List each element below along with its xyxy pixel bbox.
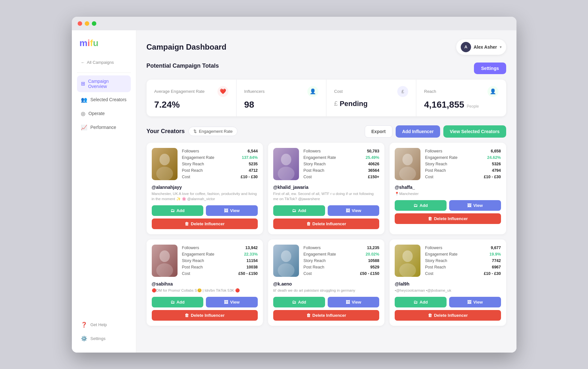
add-button[interactable]: 🗂 Add [152, 297, 204, 307]
creator-stat-row: Story Reach 10588 [304, 257, 379, 264]
stat-value: £50 - £150 [360, 271, 379, 276]
delete-influencer-button[interactable]: 🗑 Delete Influencer [273, 310, 379, 321]
trash-icon: 🗑 [185, 221, 189, 226]
creator-info-row: Followers 6,544 Engagement Rate 137.64% … [152, 148, 258, 180]
creator-card-body: Followers 9,677 Engagement Rate 19.9% St… [390, 239, 506, 326]
close-dot[interactable] [78, 21, 82, 26]
stat-value: 9,677 [491, 246, 501, 250]
stat-label: Post Reach [182, 265, 203, 269]
sidebar-item-label: Campaign Overview [88, 79, 127, 89]
creator-actions: 🗂 Add 🖼 View [395, 200, 501, 211]
sort-button[interactable]: ⇅ Engagement Rate [188, 127, 237, 136]
view-icon: 🖼 [346, 208, 350, 213]
avatar-initial: A [464, 44, 467, 49]
creator-stat-row: Cost £50 - £150 [182, 270, 258, 277]
stat-card-reach: Reach 👤 4,161,855 People [416, 80, 506, 116]
creator-stat-row: Engagement Rate 24.62% [425, 154, 501, 161]
svg-point-10 [159, 250, 170, 262]
sidebar-item-settings[interactable]: ⚙️ Settings [77, 332, 131, 345]
creator-stat-row: Engagement Rate 22.33% [182, 251, 258, 257]
add-button[interactable]: 🗂 Add [395, 200, 447, 211]
creator-bio: First of all, ew. Second of all, WTF r u… [273, 191, 379, 201]
view-button[interactable]: 🖼 View [449, 297, 501, 307]
svg-point-7 [402, 154, 413, 165]
sidebar-item-performance[interactable]: 📈 Performance [77, 121, 131, 134]
stat-value-influencers: 98 [244, 100, 318, 110]
view-selected-creators-button[interactable]: View Selected Creators [443, 125, 506, 138]
svg-point-16 [402, 250, 413, 262]
creator-bio: •@heycoolcarman •@jbobame_uk [395, 288, 501, 293]
sidebar-item-get-help[interactable]: ❓ Get Help [77, 318, 131, 331]
svg-point-4 [281, 154, 291, 165]
stat-value: 13,235 [367, 246, 379, 250]
creator-bio: 🔴DM for Promo/ Collabs S😊 | Idn/bn TikTo… [152, 288, 258, 293]
sidebar-item-label: Operate [89, 111, 105, 116]
stat-value: 5326 [492, 162, 501, 166]
stat-label: Story Reach [182, 162, 204, 166]
creator-bio: Manchester, UK A love for coffee, fashio… [152, 191, 258, 201]
stat-label: Followers [304, 246, 321, 250]
arrow-left-icon: ← [81, 60, 85, 65]
add-button[interactable]: 🗂 Add [395, 297, 447, 307]
delete-influencer-button[interactable]: 🗑 Delete Influencer [152, 218, 258, 229]
stat-label: Post Reach [304, 265, 324, 269]
creator-actions: 🗂 Add 🖼 View [273, 297, 379, 307]
trash-icon: 🗑 [306, 221, 311, 226]
sidebar-item-operate[interactable]: ◎ Operate [77, 107, 131, 120]
creator-card-body: Followers 50,783 Engagement Rate 25.49% … [268, 143, 384, 234]
stat-label: Post Reach [304, 168, 324, 173]
add-icon: 🗂 [413, 300, 418, 305]
view-button[interactable]: 🖼 View [328, 297, 380, 307]
add-influencer-button[interactable]: Add Influencer [396, 125, 440, 138]
stat-label: Engagement Rate [182, 252, 215, 257]
all-campaigns-button[interactable]: ← All Campaigns [77, 57, 131, 67]
all-campaigns-label: All Campaigns [87, 60, 114, 65]
creator-photo [152, 148, 178, 180]
heart-icon: ❤️ [217, 86, 228, 97]
view-button[interactable]: 🖼 View [449, 200, 501, 211]
delete-influencer-button[interactable]: 🗑 Delete Influencer [152, 310, 258, 321]
creator-actions: 🗂 Add 🖼 View [273, 205, 379, 216]
logo: mifu [77, 38, 131, 48]
sidebar-divider [77, 73, 131, 73]
stat-value: 40626 [368, 162, 379, 166]
chart-icon: 📈 [81, 124, 87, 131]
stat-value: 137.64% [242, 155, 257, 160]
stat-sub-reach: People [467, 104, 479, 109]
view-button[interactable]: 🖼 View [206, 297, 258, 307]
delete-influencer-button[interactable]: 🗑 Delete Influencer [395, 213, 501, 224]
sidebar-item-campaign-overview[interactable]: ⊞ Campaign Overview [77, 75, 131, 92]
add-button[interactable]: 🗂 Add [273, 297, 325, 307]
creator-info-row: Followers 9,677 Engagement Rate 19.9% St… [395, 245, 501, 277]
trash-icon: 🗑 [428, 216, 432, 221]
delete-influencer-button[interactable]: 🗑 Delete Influencer [395, 310, 501, 321]
delete-influencer-button[interactable]: 🗑 Delete Influencer [273, 218, 379, 229]
user-badge[interactable]: A Alex Asher ▾ [456, 39, 506, 55]
stat-value: £10 - £30 [484, 271, 501, 276]
minimize-dot[interactable] [85, 21, 89, 26]
stat-label: Engagement Rate [182, 155, 215, 160]
creators-header: Your Creators ⇅ Engagement Rate Export A… [147, 125, 506, 138]
view-button[interactable]: 🖼 View [328, 205, 380, 216]
sidebar-item-selected-creators[interactable]: 👥 Selected Creators [77, 93, 131, 106]
export-button[interactable]: Export [365, 125, 392, 138]
sidebar: mifu ← All Campaigns ⊞ Campaign Overview… [72, 30, 136, 353]
maximize-dot[interactable] [92, 21, 96, 26]
stat-value: 6967 [492, 265, 501, 269]
add-button[interactable]: 🗂 Add [152, 205, 204, 216]
sort-label: Engagement Rate [199, 129, 233, 134]
add-button[interactable]: 🗂 Add [273, 205, 325, 216]
stat-value: £150+ [368, 175, 379, 179]
view-button[interactable]: 🖼 View [206, 205, 258, 216]
creator-card: Followers 13,942 Engagement Rate 22.33% … [147, 239, 263, 326]
settings-button[interactable]: Settings [474, 63, 506, 74]
svg-point-13 [281, 250, 291, 262]
creator-card-body: Followers 13,235 Engagement Rate 20.02% … [268, 239, 384, 326]
creator-stat-row: Story Reach 7742 [425, 257, 501, 264]
chevron-down-icon: ▾ [500, 45, 502, 49]
creator-card-body: Followers 6,544 Engagement Rate 137.64% … [147, 143, 263, 234]
creator-actions: 🗂 Add 🖼 View [395, 297, 501, 307]
creator-stat-row: Followers 6,658 [425, 148, 501, 154]
creator-stat-row: Engagement Rate 25.49% [304, 154, 379, 161]
creator-stat-row: Engagement Rate 137.64% [182, 154, 258, 161]
